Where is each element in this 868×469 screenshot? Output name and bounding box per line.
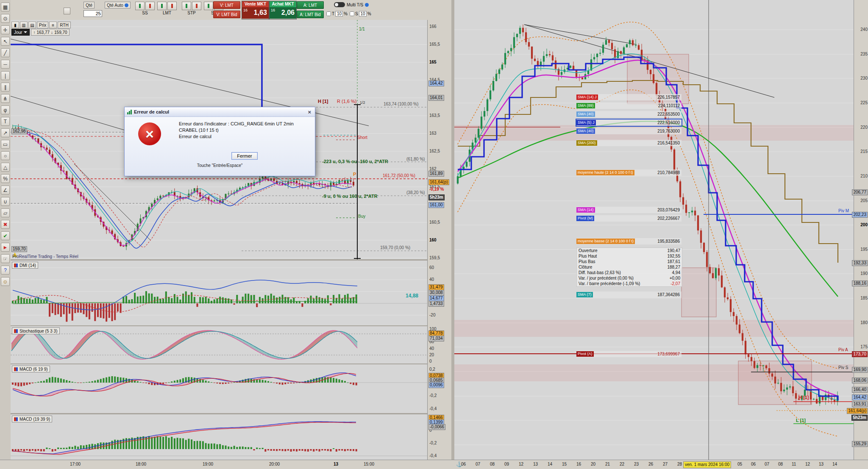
candlestick-icon[interactable]: ▮ <box>11 22 19 28</box>
help-icon[interactable]: ? <box>1 266 10 275</box>
indicator-icon[interactable]: ▤ <box>28 22 36 28</box>
stochastic-header[interactable]: Stochastique (5 3 3) <box>12 327 60 334</box>
session-chip[interactable]: RTH <box>58 22 70 28</box>
app-icon <box>127 110 132 114</box>
price-tick: 200 <box>860 222 868 228</box>
indicator-value: 224,110112 <box>658 103 682 108</box>
rectangle-icon[interactable]: ▭ <box>1 140 10 149</box>
arrow-icon[interactable]: ↗ <box>1 128 10 137</box>
price-tick: 240 <box>860 27 868 32</box>
daily-chart[interactable]: Piv M Piv A Piv S H [1] L [1] Ouverture1… <box>454 0 854 460</box>
cursor-icon[interactable]: ✛ <box>1 25 10 34</box>
angle-icon[interactable]: ∠ <box>1 186 10 194</box>
buy-lmt-bid-button[interactable]: A: LMT Bid <box>297 11 324 18</box>
sell-lmt-ask-button[interactable]: V: LMT Ask <box>213 1 240 9</box>
horizontal-line-icon[interactable]: ─ <box>1 60 10 69</box>
macd2-header[interactable]: MACD (19 39 9) <box>12 416 52 422</box>
trail-t-value[interactable]: 10 <box>335 11 343 17</box>
indicator-legend-row[interactable]: SMA (200)216,541350 <box>576 140 682 146</box>
parallel-channel-icon[interactable]: ∥ <box>1 83 10 92</box>
sell-market-button[interactable]: Vente MKT 16 1,63 <box>242 1 269 19</box>
percent-icon[interactable]: % <box>1 174 10 183</box>
lmt-buy-icon[interactable] <box>157 2 167 10</box>
right-price-axis[interactable]: 2402352302252202152102052001951901851801… <box>854 0 868 460</box>
ss-buy-icon[interactable] <box>135 2 145 10</box>
bar-chart-icon[interactable]: ▥ <box>20 22 28 28</box>
indicator-legend-row[interactable]: SMA (40)222,653500 <box>576 111 682 117</box>
dialog-titlebar[interactable]: Erreur de calcul × <box>125 107 315 117</box>
trendline-icon[interactable]: ╱ <box>1 48 10 57</box>
ohlc-label: Var. / jour précédent (0,00 %) <box>579 275 634 281</box>
chart-settings-icon[interactable]: ▦ <box>1 3 10 11</box>
indicator-legend-row[interactable]: SMA (7)187,364286 <box>576 291 682 298</box>
panel-divider[interactable] <box>451 0 454 469</box>
order-group-ss: SS <box>135 2 155 15</box>
pitchfork-icon[interactable]: ⋔ <box>1 94 10 103</box>
delete-icon[interactable]: ✖ <box>1 220 10 229</box>
trail-t-checkbox[interactable] <box>326 11 331 16</box>
pointer-icon[interactable]: ↖ <box>1 37 10 46</box>
pane-divider[interactable] <box>11 364 451 364</box>
toggle-icon[interactable] <box>334 2 345 7</box>
indicator-legend-row[interactable]: moyenne haute (2 14 0 100 0 f t)210,7849… <box>576 169 682 176</box>
pane-divider[interactable] <box>11 413 451 414</box>
send-order-icon[interactable]: ► <box>1 243 10 252</box>
buy-lmt-ask-button[interactable]: A: LMT Ask <box>297 1 324 9</box>
indicator-legend-row[interactable]: Pivot (A)173,699967 <box>576 351 682 357</box>
indicator-value: 210,784988 <box>657 170 682 175</box>
price-tag: 164,42 <box>852 394 868 400</box>
date-label: 14 <box>832 462 837 466</box>
indicator-legend-row[interactable]: SMA (5) J222,516000 <box>576 119 682 126</box>
trail-s-value[interactable]: 10 <box>359 11 367 17</box>
stp-sell-icon[interactable] <box>192 2 201 10</box>
buy-market-button[interactable]: Achat MKT 16 2,06 <box>269 1 297 19</box>
macd-pane[interactable]: MACD (6 19 9) <box>11 364 427 413</box>
price-mode-chip[interactable]: Prix <box>37 22 48 28</box>
zoom-icon[interactable]: ⊙ <box>1 14 10 23</box>
ellipse-icon[interactable]: ○ <box>1 151 10 160</box>
smiley-icon[interactable]: ☺ <box>1 277 10 286</box>
pane-divider[interactable] <box>11 325 451 326</box>
close-button[interactable]: Fermer <box>231 152 258 160</box>
eraser-icon[interactable]: ▱ <box>1 208 10 217</box>
sl-buy-icon[interactable] <box>204 2 213 10</box>
toolbar-mini-button[interactable] <box>64 8 70 14</box>
qty-input[interactable] <box>83 10 102 17</box>
qty-auto-toggle[interactable]: Qté Auto <box>105 2 131 8</box>
dmi-header[interactable]: DMI (14) <box>12 262 38 269</box>
indicator-value-tag: 1,4733 <box>428 301 444 307</box>
stochastic-pane[interactable]: Stochastique (5 3 3) <box>11 326 427 364</box>
indicator-legend-row[interactable]: SMA (40)219,763000 <box>576 128 682 134</box>
timeframe-selector[interactable]: Jour <box>11 29 30 36</box>
vertical-line-icon[interactable]: | <box>1 71 10 80</box>
price-tick: 166 <box>429 24 437 29</box>
left-price-axis[interactable]: 166165,5165164,5164163,5163162,5162161,5… <box>427 20 452 460</box>
sell-lmt-bid-button[interactable]: V: LMT Bid <box>213 11 240 18</box>
dmi-plot <box>11 261 427 325</box>
indicator-legend-row[interactable]: moyenne basse (2 14 0 100 0 f t)195,8335… <box>576 238 682 244</box>
pane-divider[interactable] <box>11 259 451 261</box>
stp-buy-icon[interactable] <box>182 2 191 10</box>
check-icon[interactable]: ✔ <box>1 231 10 240</box>
sell-market-label: Vente MKT <box>242 1 269 7</box>
close-icon[interactable]: × <box>306 109 312 115</box>
list-icon[interactable]: ≡ <box>49 22 57 28</box>
indicator-legend-row[interactable]: SMA (89)224,110112 <box>576 103 682 109</box>
indicator-legend-row[interactable]: Pivot (M)202,226667 <box>576 215 682 222</box>
magnet-icon[interactable]: ∪ <box>1 197 10 206</box>
macd2-pane[interactable]: MACD (19 39 9) <box>11 414 427 460</box>
multi-ts-toggle[interactable]: Multi T/S <box>334 2 369 7</box>
text-icon[interactable]: T <box>1 117 10 126</box>
indicator-legend-row[interactable]: SMA (14)203,076429 <box>576 207 682 213</box>
hand-icon[interactable]: ☞ <box>1 254 10 263</box>
indicator-legend-row[interactable]: SMA (14) J226,157857 <box>576 94 682 100</box>
trail-s-checkbox[interactable] <box>350 11 354 16</box>
indicator-tick: 40 <box>429 346 434 351</box>
fibonacci-icon[interactable]: φ <box>1 105 10 114</box>
lmt-sell-icon[interactable] <box>167 2 177 10</box>
time-axis[interactable]: ⚓ ven. 1 mars 2024 16:00 17:0018:0019:00… <box>0 460 868 469</box>
dmi-pane[interactable]: DMI (14) 14,88 <box>11 261 427 325</box>
triangle-icon[interactable]: △ <box>1 163 10 172</box>
ss-sell-icon[interactable] <box>145 2 155 10</box>
macd-header[interactable]: MACD (6 19 9) <box>12 366 50 372</box>
